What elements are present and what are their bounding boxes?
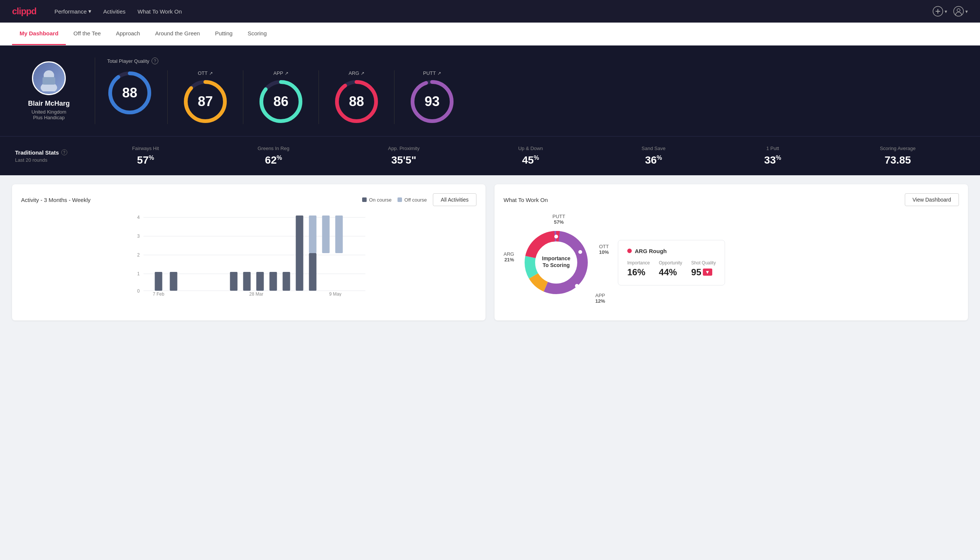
arg-label: ARG ↗ <box>349 70 364 76</box>
svg-rect-34 <box>283 272 290 291</box>
nav-performance[interactable]: Performance ▾ <box>55 8 92 15</box>
tab-my-dashboard[interactable]: My Dashboard <box>12 23 66 45</box>
svg-text:9 May: 9 May <box>329 292 341 297</box>
player-handicap: Plus Handicap <box>33 115 65 120</box>
app-score-number: 86 <box>273 93 288 110</box>
player-name: Blair McHarg <box>28 100 70 108</box>
app-donut-label: OTT 10% <box>599 244 609 255</box>
tab-scoring[interactable]: Scoring <box>240 23 274 45</box>
bottom-section: Activity - 3 Months - Weekly On course O… <box>0 175 980 330</box>
trad-stat-greens: Greens In Reg 62% <box>258 145 290 166</box>
trad-stats-grid: Fairways Hit 57% Greens In Reg 62% App. … <box>83 145 965 166</box>
all-activities-button[interactable]: All Activities <box>433 193 476 206</box>
trad-stats-sublabel: Last 20 rounds <box>15 157 83 163</box>
traditional-stats-section: Traditional Stats ? Last 20 rounds Fairw… <box>0 136 980 175</box>
player-country: United Kingdom <box>32 109 67 115</box>
trad-label-section: Traditional Stats ? Last 20 rounds <box>15 149 83 163</box>
app-label: APP ↗ <box>273 70 288 76</box>
donut-wrapper: PUTT 57% OTT 10% APP 12% ARG <box>504 213 609 312</box>
legend-on-course: On course <box>362 197 391 203</box>
svg-rect-32 <box>256 272 264 291</box>
nav-activities[interactable]: Activities <box>103 8 126 15</box>
ott-donut-label: PUTT 57% <box>552 213 565 225</box>
svg-text:0: 0 <box>137 288 140 294</box>
shot-quality-badge: ▼ <box>703 268 712 276</box>
tabs-bar: My Dashboard Off the Tee Approach Around… <box>0 23 980 45</box>
tab-putting[interactable]: Putting <box>208 23 240 45</box>
svg-rect-31 <box>243 272 251 291</box>
what-to-work-content: PUTT 57% OTT 10% APP 12% ARG <box>504 213 959 312</box>
legend-on-course-dot <box>362 197 367 202</box>
tab-approach[interactable]: Approach <box>108 23 147 45</box>
top-navigation: clippd Performance ▾ Activities What To … <box>0 0 980 23</box>
what-to-work-header: What To Work On View Dashboard <box>504 193 959 206</box>
pink-indicator-dot <box>627 248 632 253</box>
svg-rect-7 <box>43 77 55 85</box>
hero-top: Blair McHarg United Kingdom Plus Handica… <box>15 58 965 124</box>
trad-stat-sandsave: Sand Save 36% <box>642 145 666 166</box>
avatar <box>32 61 66 95</box>
putt-score-card: PUTT ↗ 93 <box>394 70 470 124</box>
donut-svg: Importance To Scoring <box>519 225 594 300</box>
ott-ring: 87 <box>183 79 228 124</box>
brand-logo[interactable]: clippd <box>12 6 37 17</box>
svg-text:7 Feb: 7 Feb <box>153 292 164 297</box>
arg-donut-label: APP 12% <box>595 293 605 304</box>
app-ring: 86 <box>258 79 303 124</box>
legend-off-course-dot <box>398 197 402 202</box>
add-button[interactable]: ▾ <box>933 6 947 17</box>
score-cards: 88 OTT ↗ 87 <box>107 70 965 124</box>
what-to-work-title: What To Work On <box>504 197 548 203</box>
svg-point-50 <box>578 250 582 254</box>
ott-label: OTT ↗ <box>198 70 213 76</box>
svg-point-51 <box>575 284 579 288</box>
hero-section: Blair McHarg United Kingdom Plus Handica… <box>0 45 980 136</box>
putt-label: PUTT ↗ <box>423 70 441 76</box>
svg-text:3: 3 <box>137 233 140 239</box>
svg-point-49 <box>554 235 558 238</box>
nav-right-actions: ▾ ▾ <box>933 6 968 17</box>
arg-rough-title: ARG Rough <box>627 248 715 254</box>
main-score-number: 88 <box>122 85 137 101</box>
activity-chart-title: Activity - 3 Months - Weekly <box>21 197 91 203</box>
legend-off-course: Off course <box>398 197 427 203</box>
app-score-card: APP ↗ 86 <box>243 70 319 124</box>
donut-chart-container: PUTT 57% OTT 10% APP 12% ARG <box>504 213 609 312</box>
tab-around-the-green[interactable]: Around the Green <box>147 23 207 45</box>
putt-donut-label: ARG 21% <box>504 251 514 263</box>
svg-rect-29 <box>170 272 178 291</box>
arg-score-number: 88 <box>349 93 364 110</box>
svg-text:1: 1 <box>137 271 140 277</box>
trad-stat-scoring: Scoring Average 73.85 <box>880 145 916 166</box>
svg-text:Importance: Importance <box>542 255 571 262</box>
svg-rect-37 <box>309 215 317 253</box>
tpq-label: Total Player Quality ? <box>107 58 965 64</box>
svg-rect-38 <box>322 215 330 253</box>
user-menu[interactable]: ▾ <box>953 6 968 17</box>
putt-score-number: 93 <box>424 93 439 110</box>
ott-score-number: 87 <box>198 93 213 110</box>
svg-text:28 Mar: 28 Mar <box>249 292 263 297</box>
nav-what-to-work-on[interactable]: What To Work On <box>138 8 182 15</box>
trad-stat-updown: Up & Down 45% <box>518 145 543 166</box>
info-metrics: Importance 16% Opportunity 44% Shot Qual… <box>627 260 715 278</box>
svg-text:4: 4 <box>137 215 140 220</box>
help-icon[interactable]: ? <box>151 58 158 64</box>
scores-section: Total Player Quality ? 88 <box>95 58 965 124</box>
activity-chart-svg: 4 3 2 1 0 <box>21 213 476 297</box>
importance-metric: Importance 16% <box>627 260 650 278</box>
what-to-work-card: What To Work On View Dashboard PUTT 57% … <box>494 184 968 320</box>
ott-score-card: OTT ↗ 87 <box>168 70 243 124</box>
trad-stat-fairways: Fairways Hit 57% <box>132 145 159 166</box>
chart-header-right: On course Off course All Activities <box>362 193 476 206</box>
trad-help-icon[interactable]: ? <box>61 149 67 155</box>
chart-legend: On course Off course <box>362 197 427 203</box>
main-ring: 88 <box>107 70 152 115</box>
tab-off-the-tee[interactable]: Off the Tee <box>66 23 108 45</box>
svg-rect-30 <box>230 272 238 291</box>
view-dashboard-button[interactable]: View Dashboard <box>905 193 959 206</box>
svg-rect-33 <box>270 272 277 291</box>
svg-rect-35 <box>296 215 303 291</box>
trad-stat-oneputt: 1 Putt 33% <box>764 145 781 166</box>
arg-rough-info-card: ARG Rough Importance 16% Opportunity 44%… <box>618 240 725 285</box>
